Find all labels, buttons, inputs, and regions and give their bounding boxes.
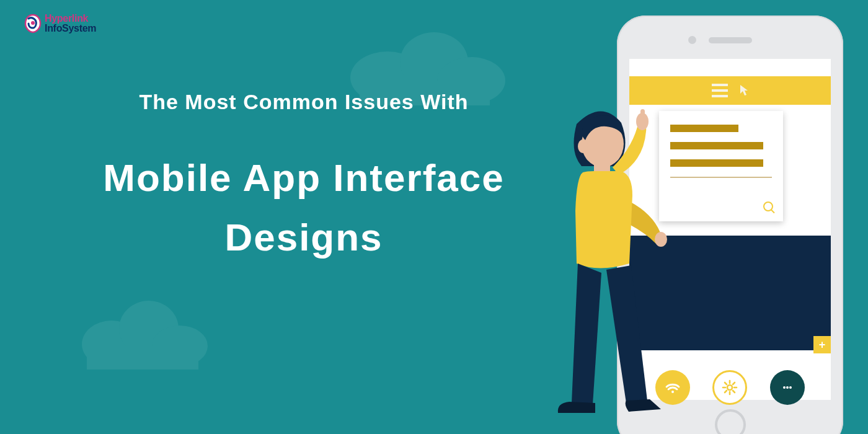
headline-subtitle: The Most Common Issues With bbox=[56, 90, 552, 114]
svg-line-18 bbox=[733, 383, 735, 384]
svg-line-16 bbox=[733, 391, 735, 392]
chat-icon bbox=[770, 370, 805, 405]
logo-text-line2: InfoSystem bbox=[45, 24, 96, 33]
svg-point-21 bbox=[789, 386, 792, 389]
search-icon bbox=[763, 202, 773, 211]
svg-point-10 bbox=[727, 385, 732, 390]
cursor-icon bbox=[739, 84, 749, 97]
svg-line-15 bbox=[725, 383, 727, 384]
headline-title: Mobile App Interface Designs bbox=[56, 148, 552, 267]
svg-point-22 bbox=[655, 232, 667, 247]
logo-mark-icon bbox=[24, 14, 42, 33]
svg-rect-27 bbox=[640, 109, 645, 122]
hamburger-menu-icon bbox=[712, 84, 728, 97]
svg-point-20 bbox=[786, 386, 789, 389]
card-line-item bbox=[670, 142, 763, 149]
gear-icon bbox=[712, 370, 747, 405]
company-logo: Hyperlink InfoSystem bbox=[24, 14, 96, 33]
headline-block: The Most Common Issues With Mobile App I… bbox=[56, 90, 552, 267]
phone-camera bbox=[688, 36, 696, 44]
card-divider bbox=[670, 177, 772, 178]
svg-rect-7 bbox=[87, 346, 198, 370]
phone-home-button bbox=[715, 409, 746, 434]
cloud-decoration bbox=[74, 291, 211, 372]
svg-point-8 bbox=[31, 21, 35, 25]
card-line-item bbox=[670, 159, 763, 167]
add-button: + bbox=[813, 336, 831, 353]
logo-text-line1: Hyperlink bbox=[45, 14, 96, 24]
svg-point-19 bbox=[783, 386, 786, 389]
svg-line-17 bbox=[725, 391, 727, 392]
svg-point-25 bbox=[578, 140, 588, 153]
phone-speaker bbox=[709, 37, 752, 43]
person-illustration bbox=[539, 87, 682, 428]
